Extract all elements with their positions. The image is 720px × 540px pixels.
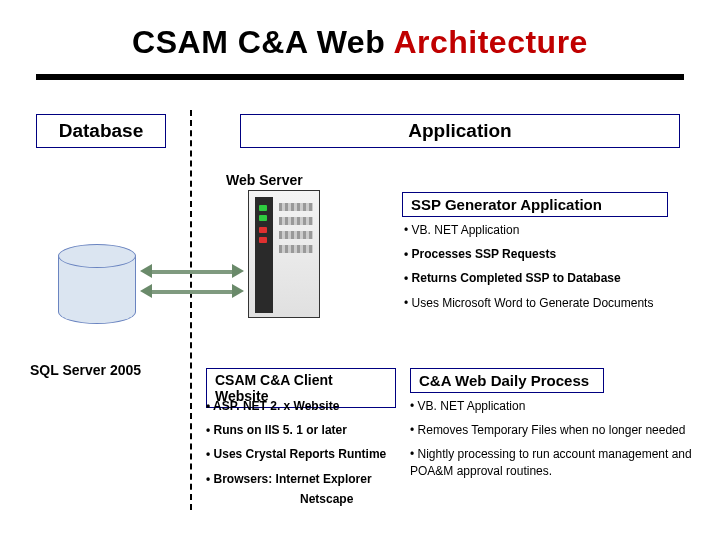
list-item: • Returns Completed SSP to Database [404, 270, 653, 286]
list-item: • Removes Temporary Files when no longer… [410, 422, 710, 438]
column-divider [190, 110, 192, 510]
client-website-list: • ASP. NET 2. x Website • Runs on IIS 5.… [206, 398, 386, 495]
title-prefix: CSAM C&A Web [132, 24, 393, 60]
web-server-label: Web Server [226, 172, 303, 188]
ssp-generator-heading: SSP Generator Application [402, 192, 668, 217]
list-item: • Nightly processing to run account mana… [410, 446, 710, 478]
list-item: • Processes SSP Requests [404, 246, 653, 262]
database-cylinder-icon [58, 244, 136, 324]
server-icon [248, 190, 320, 318]
slide-title: CSAM C&A Web Architecture [0, 24, 720, 61]
list-item: • Uses Microsoft Word to Generate Docume… [404, 295, 653, 311]
list-item: • VB. NET Application [410, 398, 710, 414]
browser-netscape-label: Netscape [300, 492, 353, 506]
bidirectional-arrow-icon [140, 264, 244, 300]
database-label: Database [59, 120, 144, 142]
list-item: • Runs on IIS 5. 1 or later [206, 422, 386, 438]
database-header-box: Database [36, 114, 166, 148]
list-item: • VB. NET Application [404, 222, 653, 238]
daily-process-list: • VB. NET Application • Removes Temporar… [410, 398, 710, 487]
title-underline [36, 74, 684, 80]
ssp-generator-list: • VB. NET Application • Processes SSP Re… [404, 222, 653, 319]
list-item: • ASP. NET 2. x Website [206, 398, 386, 414]
list-item: • Uses Crystal Reports Runtime [206, 446, 386, 462]
application-header-box: Application [240, 114, 680, 148]
application-label: Application [408, 120, 511, 142]
list-item: • Browsers: Internet Explorer [206, 471, 386, 487]
sql-server-label: SQL Server 2005 [30, 362, 141, 378]
daily-process-heading: C&A Web Daily Process [410, 368, 604, 393]
title-highlight: Architecture [393, 24, 588, 60]
